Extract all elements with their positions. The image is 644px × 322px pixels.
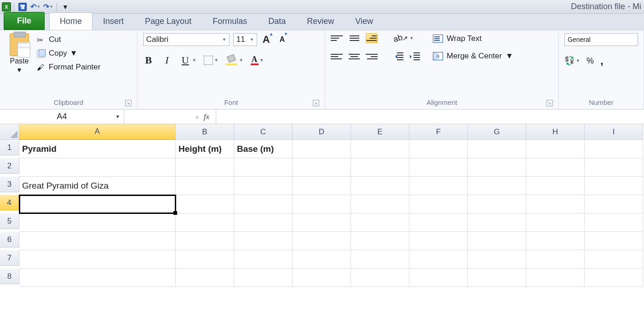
cell[interactable] — [526, 195, 585, 213]
tab-view[interactable]: View — [345, 12, 384, 30]
cell[interactable]: Height (m) — [176, 140, 234, 158]
underline-button[interactable]: U▼ — [180, 54, 196, 66]
shrink-font-button[interactable]: A▾ — [278, 35, 289, 44]
orientation-button[interactable]: ab↗▼ — [393, 34, 414, 43]
align-top-button[interactable] — [331, 33, 343, 43]
cell[interactable] — [351, 140, 409, 158]
row-header[interactable]: 1 — [0, 140, 19, 155]
cell[interactable] — [409, 269, 468, 287]
dialog-launcher-icon[interactable]: ↘ — [546, 100, 553, 106]
column-header[interactable]: H — [526, 124, 585, 140]
cell[interactable] — [19, 250, 176, 269]
cell[interactable] — [526, 158, 585, 177]
align-center-button[interactable] — [348, 52, 360, 62]
select-all-button[interactable] — [0, 124, 19, 140]
row-header[interactable]: 7 — [0, 250, 19, 266]
cell[interactable] — [409, 232, 468, 250]
cell[interactable] — [409, 213, 468, 232]
grow-font-button[interactable]: A▴ — [261, 34, 274, 46]
accounting-format-button[interactable]: 💱▼ — [564, 56, 580, 66]
chevron-down-icon[interactable]: ▼ — [16, 66, 23, 74]
cell[interactable] — [351, 195, 409, 213]
row-header[interactable]: 8 — [0, 269, 19, 284]
cell[interactable] — [409, 195, 468, 213]
cell[interactable] — [19, 195, 176, 213]
cell[interactable] — [293, 213, 351, 232]
font-color-button[interactable]: A▼ — [251, 55, 264, 65]
cell[interactable] — [234, 158, 293, 177]
percent-button[interactable]: % — [586, 56, 594, 66]
cell[interactable] — [19, 269, 176, 287]
tab-insert[interactable]: Insert — [92, 12, 134, 30]
cell[interactable] — [585, 158, 643, 177]
decrease-indent-button[interactable] — [393, 52, 404, 62]
cell[interactable] — [293, 250, 351, 269]
row-header[interactable]: 6 — [0, 232, 19, 247]
align-left-button[interactable] — [331, 52, 343, 62]
cell[interactable] — [351, 213, 409, 232]
row-header[interactable]: 3 — [0, 177, 19, 192]
cell[interactable] — [409, 158, 468, 177]
cell[interactable] — [234, 195, 293, 213]
cell[interactable] — [176, 250, 234, 269]
cell[interactable] — [293, 140, 351, 158]
cell[interactable] — [585, 177, 643, 195]
column-header[interactable]: E — [351, 124, 409, 140]
cell[interactable] — [409, 177, 468, 195]
cell[interactable] — [176, 232, 234, 250]
italic-button[interactable]: I — [161, 54, 172, 66]
cell[interactable] — [351, 158, 409, 177]
cell[interactable] — [468, 232, 526, 250]
paste-button[interactable]: Paste — [10, 57, 29, 65]
align-right-button[interactable] — [366, 52, 378, 62]
row-header[interactable]: 5 — [0, 213, 19, 229]
cell[interactable] — [19, 158, 176, 177]
copy-button[interactable]: Copy▼ — [37, 49, 100, 58]
cell[interactable] — [468, 269, 526, 287]
comma-style-button[interactable]: , — [600, 54, 604, 67]
undo-button[interactable]: ↶▼ — [30, 2, 41, 12]
redo-button[interactable]: ↷▼ — [43, 2, 54, 12]
cell[interactable] — [409, 250, 468, 269]
row-header[interactable]: 4 — [0, 195, 19, 211]
borders-button[interactable]: ▼ — [204, 56, 218, 65]
cell[interactable] — [526, 269, 585, 287]
cell[interactable] — [526, 177, 585, 195]
font-name-combo[interactable]: Calibri▼ — [143, 33, 230, 46]
cell[interactable] — [234, 213, 293, 232]
fill-color-button[interactable]: ▼ — [226, 55, 243, 65]
paste-icon[interactable] — [10, 33, 29, 56]
tab-page-layout[interactable]: Page Layout — [134, 12, 202, 30]
cell[interactable] — [293, 232, 351, 250]
tab-file[interactable]: File — [4, 12, 45, 30]
dialog-launcher-icon[interactable]: ↘ — [125, 100, 132, 106]
fx-icon[interactable]: fx — [204, 112, 209, 121]
column-header[interactable]: A — [19, 124, 176, 140]
column-header[interactable]: D — [293, 124, 351, 140]
align-bottom-button[interactable] — [366, 33, 378, 43]
cell[interactable] — [176, 158, 234, 177]
cell[interactable] — [351, 177, 409, 195]
cell[interactable] — [468, 195, 526, 213]
cell[interactable] — [468, 158, 526, 177]
cell[interactable] — [351, 250, 409, 269]
tab-formulas[interactable]: Formulas — [202, 12, 258, 30]
cell[interactable] — [176, 177, 234, 195]
cell[interactable] — [526, 232, 585, 250]
cell[interactable] — [468, 140, 526, 158]
cell[interactable] — [176, 269, 234, 287]
row-header[interactable]: 2 — [0, 158, 19, 174]
cell[interactable] — [234, 250, 293, 269]
cell[interactable] — [468, 177, 526, 195]
tab-data[interactable]: Data — [258, 12, 296, 30]
cell[interactable] — [234, 269, 293, 287]
increase-indent-button[interactable] — [410, 52, 421, 62]
cell[interactable]: Base (m) — [234, 140, 293, 158]
cell[interactable] — [585, 269, 643, 287]
cell[interactable] — [234, 177, 293, 195]
cell[interactable] — [585, 213, 643, 232]
column-header[interactable]: B — [176, 124, 234, 140]
bold-button[interactable]: B — [143, 54, 154, 66]
cell[interactable] — [351, 232, 409, 250]
column-header[interactable]: I — [585, 124, 643, 140]
